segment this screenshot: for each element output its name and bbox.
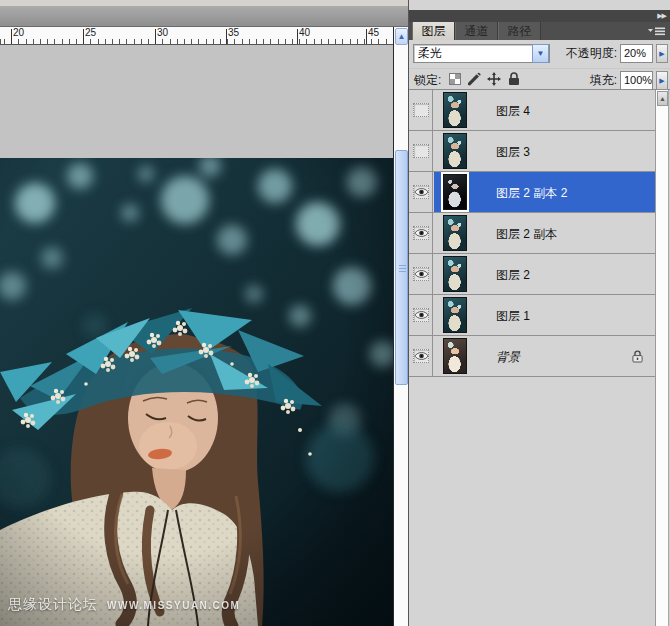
panel-scrollbar[interactable]: ▲ <box>655 90 668 626</box>
layer-thumbnail[interactable] <box>443 92 467 128</box>
layer-thumbnail[interactable] <box>443 133 467 169</box>
layer-row[interactable]: 背景 <box>409 336 655 377</box>
watermark-site-name: 思缘设计论坛 <box>8 596 98 614</box>
ruler-major-tick <box>226 29 227 44</box>
layer-row[interactable]: 图层 2 副本 <box>409 213 655 254</box>
layers-list: 图层 4 图层 3 <box>409 90 670 626</box>
lock-position-move-icon[interactable] <box>487 72 501 86</box>
eye-icon <box>414 310 429 320</box>
opacity-label: 不透明度: <box>555 44 617 63</box>
lock-transparency-icon[interactable] <box>449 73 461 85</box>
panel-header-strip: ▶▶ <box>409 10 670 22</box>
blend-mode-select[interactable]: 柔光 ▼ <box>413 44 550 63</box>
opacity-input[interactable]: 20% <box>620 44 653 63</box>
layer-visibility-cell[interactable] <box>409 90 433 130</box>
eye-icon <box>414 269 429 279</box>
layer-row[interactable]: 图层 4 <box>409 90 655 131</box>
layer-row[interactable]: 图层 2 副本 2 <box>409 172 655 213</box>
visibility-toggle[interactable] <box>413 349 429 363</box>
layer-name: 图层 1 <box>496 308 530 325</box>
collapse-panel-icon[interactable]: ▶▶ <box>657 11 666 21</box>
document-photo[interactable]: 思缘设计论坛 WWW.MISSYUAN.COM <box>0 158 393 626</box>
layer-visibility-cell[interactable] <box>409 213 433 253</box>
ruler-number: 20 <box>13 27 24 38</box>
scrollbar-grip <box>399 268 406 269</box>
layer-thumbnail[interactable] <box>443 174 467 210</box>
lock-paint-brush-icon[interactable] <box>467 72 481 86</box>
layer-row[interactable]: 图层 1 <box>409 295 655 336</box>
fill-slider-button[interactable]: ▶ <box>656 71 668 90</box>
layer-visibility-cell[interactable] <box>409 336 433 376</box>
layer-controls: 柔光 ▼ 不透明度: 20% ▶ 锁定: <box>409 40 670 90</box>
layer-thumbnail[interactable] <box>443 215 467 251</box>
fill-value: 100% <box>624 74 652 86</box>
layer-row[interactable]: 图层 3 <box>409 131 655 172</box>
layer-name: 背景 <box>496 349 520 366</box>
eye-icon <box>414 228 429 238</box>
ruler-major-tick <box>366 29 367 44</box>
visibility-toggle[interactable] <box>413 267 429 281</box>
panel-menu-icon[interactable] <box>648 26 666 36</box>
ruler-minor-ticks <box>0 39 393 44</box>
layer-name: 图层 2 <box>496 267 530 284</box>
layer-lock-icon <box>632 350 643 363</box>
photoshop-window: 202530354045 <box>0 0 670 626</box>
layers-panel: ▶▶ 图层 通道 路径 柔光 ▼ 不透明度: 20% ▶ <box>408 0 670 626</box>
lock-label: 锁定: <box>414 71 441 90</box>
layer-name: 图层 3 <box>496 144 530 161</box>
chevron-down-icon[interactable]: ▼ <box>532 44 549 63</box>
opacity-value: 20% <box>624 47 646 59</box>
ruler-number: 25 <box>85 27 96 38</box>
lock-all-icon[interactable] <box>507 72 521 86</box>
ruler-number: 40 <box>299 27 310 38</box>
tab-paths[interactable]: 路径 <box>498 22 541 40</box>
visibility-toggle[interactable] <box>413 185 429 199</box>
visibility-toggle[interactable] <box>413 103 429 117</box>
visibility-toggle[interactable] <box>413 308 429 322</box>
ruler-number: 30 <box>157 27 168 38</box>
watermark-site-url: WWW.MISSYUAN.COM <box>107 600 240 611</box>
ruler-number: 45 <box>368 27 379 38</box>
tab-channels[interactable]: 通道 <box>455 22 498 40</box>
layer-visibility-cell[interactable] <box>409 254 433 294</box>
document-scrollbar-thumb[interactable] <box>395 150 408 385</box>
visibility-toggle[interactable] <box>413 226 429 240</box>
panel-scroll-up-arrow-icon[interactable]: ▲ <box>657 91 668 106</box>
layer-visibility-cell[interactable] <box>409 295 433 335</box>
horizontal-ruler: 202530354045 <box>0 27 393 45</box>
visibility-toggle[interactable] <box>413 144 429 158</box>
blend-mode-value: 柔光 <box>418 46 442 60</box>
watermark: 思缘设计论坛 WWW.MISSYUAN.COM <box>8 596 240 614</box>
document-vertical-scrollbar[interactable]: ▲ <box>393 27 408 626</box>
layer-thumbnail[interactable] <box>443 297 467 333</box>
scroll-up-arrow-icon[interactable]: ▲ <box>395 28 408 45</box>
opacity-slider-button[interactable]: ▶ <box>656 44 668 63</box>
ruler-major-tick <box>297 29 298 44</box>
layer-name: 图层 4 <box>496 103 530 120</box>
layer-thumbnail[interactable] <box>443 256 467 292</box>
fill-input[interactable]: 100% <box>620 71 653 90</box>
eye-icon <box>414 351 429 361</box>
document-titlebar <box>0 6 408 27</box>
ruler-major-tick <box>83 29 84 44</box>
layer-row[interactable]: 图层 2 <box>409 254 655 295</box>
layer-thumbnail[interactable] <box>443 338 467 374</box>
layer-visibility-cell[interactable] <box>409 172 433 212</box>
layer-name: 图层 2 副本 2 <box>496 185 567 202</box>
layer-name: 图层 2 副本 <box>496 226 557 243</box>
ruler-major-tick <box>11 29 12 44</box>
layer-visibility-cell[interactable] <box>409 131 433 171</box>
ruler-number: 35 <box>228 27 239 38</box>
ruler-major-tick <box>155 29 156 44</box>
canvas-background <box>0 45 393 158</box>
eye-icon <box>414 187 429 197</box>
panel-tabbar: 图层 通道 路径 <box>409 22 670 40</box>
tab-layers[interactable]: 图层 <box>412 22 455 40</box>
fill-label: 填充: <box>555 71 617 90</box>
woman-portrait-image <box>0 158 393 626</box>
